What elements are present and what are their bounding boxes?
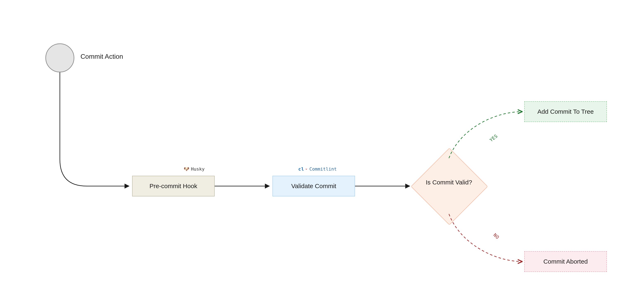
connectors — [0, 0, 644, 306]
edge-start-precommit — [60, 72, 129, 186]
edge-decision-yes — [449, 112, 522, 158]
edge-decision-no — [449, 214, 522, 261]
